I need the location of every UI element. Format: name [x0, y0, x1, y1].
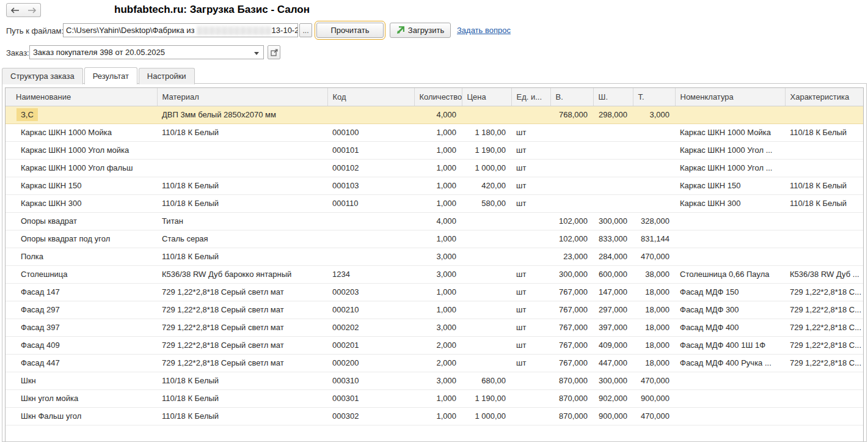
cell-qty[interactable]: 1,000: [414, 407, 462, 425]
tab-order-structure[interactable]: Структура заказа: [2, 68, 83, 84]
cell-v[interactable]: 768,000: [550, 106, 593, 123]
cell-material[interactable]: 110/18 К Белый: [157, 177, 327, 194]
cell-qty[interactable]: 3,000: [414, 265, 462, 283]
ask-question-link[interactable]: Задать вопрос: [457, 26, 511, 35]
cell-v[interactable]: [550, 194, 593, 212]
tab-settings[interactable]: Настройки: [139, 68, 195, 84]
cell-v[interactable]: 102,000: [550, 230, 593, 248]
column-header-t[interactable]: Т.: [633, 88, 675, 106]
cell-v[interactable]: [550, 141, 593, 159]
table-row[interactable]: Каркас ШКН 150110/18 К Белый0001031,0004…: [5, 177, 864, 194]
cell-code[interactable]: [327, 248, 414, 265]
cell-code[interactable]: 000302: [327, 407, 414, 425]
cell-t[interactable]: 18,000: [633, 301, 675, 319]
cell-qty[interactable]: 3,000: [414, 248, 462, 265]
cell-nom[interactable]: [675, 407, 785, 425]
cell-v[interactable]: 870,000: [550, 389, 593, 407]
cell-material[interactable]: Титан: [157, 212, 327, 230]
tab-result[interactable]: Результат: [84, 67, 137, 84]
cell-nom[interactable]: Каркас ШКН 150: [675, 177, 785, 194]
cell-t[interactable]: 470,000: [633, 407, 675, 425]
cell-char[interactable]: 729 1,22*2,8*18 С...: [785, 354, 864, 372]
cell-name[interactable]: Опоры квадрат под угол: [5, 230, 157, 248]
browse-button[interactable]: ...: [299, 23, 312, 37]
cell-code[interactable]: 000203: [327, 283, 414, 301]
cell-name[interactable]: Столешница: [5, 265, 157, 283]
cell-char[interactable]: 110/18 К Белый: [785, 194, 864, 212]
cell-code[interactable]: 000200: [327, 354, 414, 372]
cell-v[interactable]: 767,000: [550, 319, 593, 336]
cell-char[interactable]: 729 1,22*2,8*18 С...: [785, 301, 864, 319]
cell-nom[interactable]: [675, 372, 785, 389]
cell-name[interactable]: Фасад 447: [5, 354, 157, 372]
cell-t[interactable]: 470,000: [633, 248, 675, 265]
cell-nom[interactable]: Фасад МДФ 300: [675, 301, 785, 319]
cell-char[interactable]: [785, 106, 864, 123]
cell-price[interactable]: 580,00: [462, 194, 511, 212]
cell-v[interactable]: 767,000: [550, 336, 593, 354]
cell-char[interactable]: [785, 141, 864, 159]
table-row[interactable]: Каркас ШКН 300110/18 К Белый0001101,0005…: [5, 194, 864, 212]
cell-nom[interactable]: [675, 106, 785, 123]
cell-v[interactable]: 767,000: [550, 301, 593, 319]
cell-w[interactable]: 900,000: [593, 407, 633, 425]
cell-char[interactable]: 110/18 К Белый: [785, 123, 864, 141]
cell-qty[interactable]: 3,000: [414, 319, 462, 336]
cell-name[interactable]: Каркас ШКН 1000 Угол фальш: [5, 159, 157, 177]
cell-name[interactable]: Фасад 397: [5, 319, 157, 336]
cell-qty[interactable]: 1,000: [414, 389, 462, 407]
cell-v[interactable]: 767,000: [550, 283, 593, 301]
cell-material[interactable]: 110/18 К Белый: [157, 248, 327, 265]
cell-unit[interactable]: шт: [511, 265, 550, 283]
cell-code[interactable]: 000201: [327, 336, 414, 354]
cell-qty[interactable]: 1,000: [414, 177, 462, 194]
cell-price[interactable]: [462, 283, 511, 301]
cell-qty[interactable]: 2,000: [414, 354, 462, 372]
cell-w[interactable]: 300,000: [593, 212, 633, 230]
forward-button[interactable]: [23, 3, 41, 17]
cell-price[interactable]: 420,00: [462, 177, 511, 194]
cell-t[interactable]: [633, 194, 675, 212]
cell-nom[interactable]: [675, 389, 785, 407]
table-row[interactable]: З,СДВП 3мм белый 2850х2070 мм4,000768,00…: [5, 106, 864, 123]
cell-name[interactable]: Каркас ШКН 1000 Мойка: [5, 123, 157, 141]
cell-nom[interactable]: Каркас ШКН 1000 Угол ...: [675, 141, 785, 159]
table-row[interactable]: Опоры квадрат под уголСталь серая1,00010…: [5, 230, 864, 248]
cell-price[interactable]: [462, 319, 511, 336]
cell-t[interactable]: 38,000: [633, 265, 675, 283]
open-order-button[interactable]: [268, 45, 280, 59]
cell-unit[interactable]: [511, 389, 550, 407]
cell-nom[interactable]: [675, 212, 785, 230]
cell-material[interactable]: Сталь серая: [157, 230, 327, 248]
cell-name[interactable]: Фасад 409: [5, 336, 157, 354]
cell-unit[interactable]: шт: [511, 354, 550, 372]
chevron-down-icon[interactable]: [254, 52, 259, 55]
cell-code[interactable]: [327, 106, 414, 123]
table-row[interactable]: Опоры квадратТитан4,000102,000300,000328…: [5, 212, 864, 230]
read-button[interactable]: Прочитать: [316, 23, 384, 38]
cell-v[interactable]: [550, 177, 593, 194]
cell-material[interactable]: 110/18 К Белый: [157, 389, 327, 407]
cell-t[interactable]: 18,000: [633, 336, 675, 354]
cell-nom[interactable]: Фасад МДФ 400: [675, 319, 785, 336]
cell-code[interactable]: 000100: [327, 123, 414, 141]
cell-name[interactable]: Фасад 147: [5, 283, 157, 301]
cell-t[interactable]: [633, 177, 675, 194]
cell-char[interactable]: 110/18 К Белый: [785, 177, 864, 194]
cell-t[interactable]: 18,000: [633, 354, 675, 372]
cell-t[interactable]: 831,144: [633, 230, 675, 248]
cell-char[interactable]: [785, 230, 864, 248]
cell-t[interactable]: 900,000: [633, 389, 675, 407]
cell-name[interactable]: Каркас ШКН 150: [5, 177, 157, 194]
back-button[interactable]: [6, 3, 24, 17]
cell-qty[interactable]: 2,000: [414, 336, 462, 354]
cell-nom[interactable]: Каркас ШКН 300: [675, 194, 785, 212]
column-header-material[interactable]: Материал: [157, 88, 327, 106]
cell-t[interactable]: 3,000: [633, 106, 675, 123]
cell-w[interactable]: [593, 159, 633, 177]
cell-price[interactable]: [462, 230, 511, 248]
column-header-price[interactable]: Цена: [462, 88, 511, 106]
cell-price[interactable]: [462, 212, 511, 230]
cell-material[interactable]: [157, 159, 327, 177]
cell-name[interactable]: Полка: [5, 248, 157, 265]
